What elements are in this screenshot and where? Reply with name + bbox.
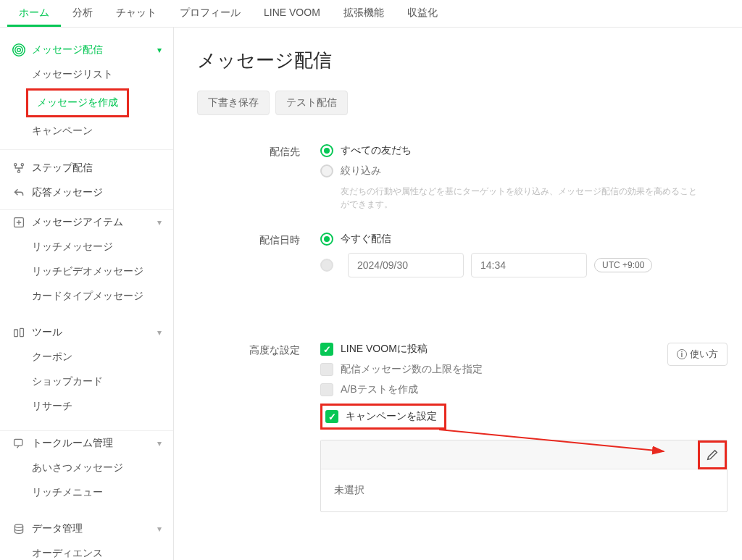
sidebar-sub-richmenu[interactable]: リッチメニュー xyxy=(0,480,173,505)
sidebar-item-step[interactable]: ステップ配信 xyxy=(0,156,173,180)
label-datetime: 配信日時 xyxy=(197,233,320,277)
radio-off-icon xyxy=(320,164,333,177)
sidebar-sub-create-message[interactable]: メッセージを作成 xyxy=(28,91,127,115)
tab-profile[interactable]: プロフィール xyxy=(168,0,252,27)
sidebar-item-response[interactable]: 応答メッセージ xyxy=(0,180,173,205)
chevron-down-icon: ▾ xyxy=(157,217,162,227)
check-ab-test[interactable]: A/Bテストを作成 xyxy=(320,383,667,396)
radio-filter[interactable]: 絞り込み xyxy=(320,164,728,177)
svg-rect-9 xyxy=(14,439,22,446)
highlight-campaign: ✓ キャンペーンを設定 xyxy=(320,404,446,430)
checkbox-off-icon xyxy=(320,363,333,376)
svg-rect-7 xyxy=(14,330,18,337)
check-label: LINE VOOMに投稿 xyxy=(341,343,428,356)
reply-icon xyxy=(12,187,26,198)
sidebar-item-talkroom[interactable]: トークルーム管理 ▾ xyxy=(0,431,173,456)
svg-point-10 xyxy=(14,525,22,528)
usage-label: 使い方 xyxy=(690,348,718,361)
tab-home[interactable]: ホーム xyxy=(7,0,61,27)
tools-icon xyxy=(12,327,26,338)
label-advanced: 高度な設定 xyxy=(197,343,320,512)
svg-point-1 xyxy=(15,46,23,54)
sidebar: メッセージ配信 ▾ メッセージリスト メッセージを作成 キャンペーン ステップ配… xyxy=(0,28,174,560)
sidebar-label: メッセージアイテム xyxy=(32,216,157,229)
chevron-down-icon: ▾ xyxy=(157,327,162,338)
check-campaign-label[interactable]: キャンペーンを設定 xyxy=(346,410,437,423)
check-voom-post[interactable]: ✓ LINE VOOMに投稿 xyxy=(320,343,667,356)
tab-chat[interactable]: チャット xyxy=(104,0,168,27)
sidebar-sub-rich-message[interactable]: リッチメッセージ xyxy=(0,235,173,259)
sidebar-sub-greeting[interactable]: あいさつメッセージ xyxy=(0,456,173,480)
check-label: A/Bテストを作成 xyxy=(341,383,418,396)
sidebar-sub-coupon[interactable]: クーポン xyxy=(0,345,173,369)
flow-icon xyxy=(12,162,26,174)
check-limit[interactable]: 配信メッセージ数の上限を指定 xyxy=(320,363,667,376)
radio-label: 今すぐ配信 xyxy=(341,233,391,246)
campaign-panel-header xyxy=(321,440,727,469)
radio-label: 絞り込み xyxy=(341,164,381,177)
sidebar-sub-audience[interactable]: オーディエンス xyxy=(0,541,173,560)
sidebar-sub-research[interactable]: リサーチ xyxy=(0,394,173,419)
campaign-unselected: 未選択 xyxy=(321,469,727,511)
radio-send-now[interactable]: 今すぐ配信 xyxy=(320,233,728,246)
sidebar-item-message-items[interactable]: メッセージアイテム ▾ xyxy=(0,210,173,235)
sidebar-sub-rich-video[interactable]: リッチビデオメッセージ xyxy=(0,259,173,284)
timezone-badge: UTC +9:00 xyxy=(594,258,652,272)
sidebar-sub-shopcard[interactable]: ショップカード xyxy=(0,369,173,394)
sidebar-sub-message-list[interactable]: メッセージリスト xyxy=(0,62,173,87)
radio-label: すべての友だち xyxy=(341,144,412,157)
svg-point-4 xyxy=(21,164,23,166)
checkbox-off-icon xyxy=(320,383,333,396)
chat-icon xyxy=(12,438,26,449)
save-draft-button[interactable]: 下書き保存 xyxy=(197,91,270,115)
svg-point-5 xyxy=(17,170,20,172)
svg-rect-8 xyxy=(20,328,24,336)
main-content: メッセージ配信 下書き保存 テスト配信 配信先 すべての友だち 絞り込み 友だち… xyxy=(174,28,742,560)
database-icon xyxy=(12,523,26,535)
usage-button[interactable]: i 使い方 xyxy=(667,343,728,366)
sidebar-sub-card-type[interactable]: カードタイプメッセージ xyxy=(0,284,173,309)
sidebar-label: トークルーム管理 xyxy=(32,437,157,450)
sidebar-item-data[interactable]: データ管理 ▾ xyxy=(0,517,173,541)
tab-voom[interactable]: LINE VOOM xyxy=(252,0,332,27)
checkbox-on-icon: ✓ xyxy=(325,410,338,423)
radio-all-friends[interactable]: すべての友だち xyxy=(320,144,728,157)
radio-disabled-icon[interactable] xyxy=(320,259,333,272)
edit-campaign-button[interactable] xyxy=(702,445,722,465)
chevron-down-icon: ▾ xyxy=(157,524,162,534)
sidebar-item-message-delivery[interactable]: メッセージ配信 ▾ xyxy=(0,38,173,62)
sidebar-label: データ管理 xyxy=(32,522,157,535)
time-input[interactable] xyxy=(471,253,587,277)
sidebar-sub-campaign[interactable]: キャンペーン xyxy=(0,119,173,143)
svg-point-3 xyxy=(14,164,17,166)
sidebar-label: メッセージ配信 xyxy=(32,43,157,57)
radio-on-icon xyxy=(320,144,333,157)
sidebar-label: 応答メッセージ xyxy=(32,186,162,199)
check-label: 配信メッセージ数の上限を指定 xyxy=(341,363,483,376)
date-input[interactable] xyxy=(348,253,464,277)
radio-on-icon xyxy=(320,233,333,246)
plus-square-icon xyxy=(12,217,26,228)
svg-point-0 xyxy=(17,49,21,52)
campaign-panel: 未選択 xyxy=(320,440,728,512)
test-send-button[interactable]: テスト配信 xyxy=(275,91,348,115)
sidebar-item-tools[interactable]: ツール ▾ xyxy=(0,320,173,345)
page-title: メッセージ配信 xyxy=(197,48,728,73)
tab-extensions[interactable]: 拡張機能 xyxy=(332,0,396,27)
checkbox-on-icon: ✓ xyxy=(320,343,333,356)
chevron-down-icon: ▾ xyxy=(157,438,162,448)
label-destination: 配信先 xyxy=(197,144,320,211)
tab-analytics[interactable]: 分析 xyxy=(61,0,104,27)
pencil-icon xyxy=(706,448,719,461)
tab-monetize[interactable]: 収益化 xyxy=(396,0,449,27)
sidebar-label: ツール xyxy=(32,326,157,339)
chevron-down-icon: ▾ xyxy=(157,45,162,55)
broadcast-icon xyxy=(12,43,26,57)
help-text: 友だちの行動や属性などを基にターゲットを絞り込み、メッセージ配信の効果を高めるこ… xyxy=(341,185,703,211)
sidebar-label: ステップ配信 xyxy=(32,162,162,175)
toolbar: 下書き保存 テスト配信 xyxy=(197,91,728,115)
top-nav: ホーム 分析 チャット プロフィール LINE VOOM 拡張機能 収益化 xyxy=(0,0,742,28)
info-icon: i xyxy=(677,349,687,359)
